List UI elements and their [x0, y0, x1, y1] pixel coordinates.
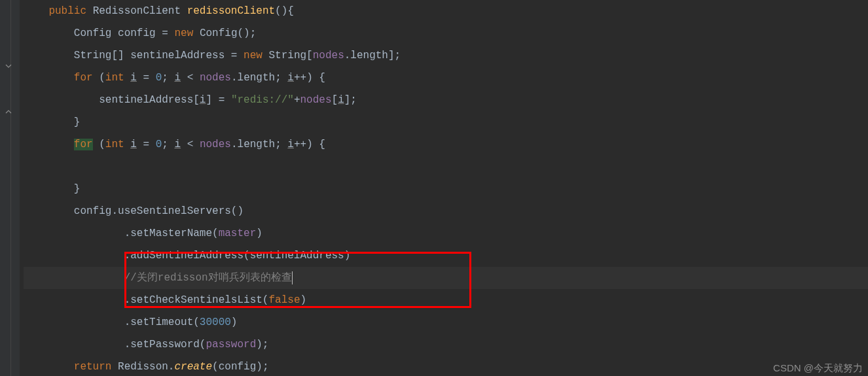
watermark: CSDN @今天就努力 [773, 362, 863, 375]
code-editor[interactable]: public RedissonClient redissonClient(){ … [0, 0, 868, 376]
code-line[interactable]: sentinelAddress[i] = "redis://"+nodes[i]… [24, 89, 868, 111]
code-area[interactable]: public RedissonClient redissonClient(){ … [20, 0, 868, 376]
code-line[interactable]: } [24, 178, 868, 200]
code-line[interactable]: return Redisson.create(config); [24, 356, 868, 376]
code-line[interactable]: .setMasterName(master) [24, 222, 868, 245]
keyword: public [48, 5, 86, 17]
code-line[interactable]: String[] sentinelAddress = new String[no… [24, 44, 868, 67]
fold-icon[interactable] [4, 61, 13, 71]
code-line[interactable]: config.useSentinelServers() [24, 200, 868, 222]
code-line-current[interactable]: //关闭redisson对哨兵列表的检查 [24, 267, 868, 289]
method-name: redissonClient [187, 5, 275, 17]
code-line[interactable]: Config config = new Config(); [24, 22, 868, 44]
fold-icon[interactable] [4, 107, 13, 116]
comment: //关闭redisson对哨兵列表的检查 [124, 272, 292, 284]
code-line[interactable]: for (int i = 0; i < nodes.length; i++) { [24, 133, 868, 156]
code-line[interactable]: .setPassword(password); [24, 333, 868, 356]
type: RedissonClient [93, 5, 181, 17]
highlight: for [74, 139, 93, 150]
code-line[interactable]: } [24, 111, 868, 133]
code-line[interactable]: .setCheckSentinelsList(false) [24, 289, 868, 311]
code-line[interactable]: .setTimeout(30000) [24, 311, 868, 333]
code-line[interactable]: .addSentinelAddress(sentinelAddress) [24, 245, 868, 267]
code-line[interactable]: public RedissonClient redissonClient(){ [24, 0, 868, 22]
code-line[interactable] [24, 156, 868, 178]
code-line[interactable]: for (int i = 0; i < nodes.length; i++) { [24, 67, 868, 89]
gutter [0, 0, 20, 376]
text-caret [292, 271, 293, 284]
